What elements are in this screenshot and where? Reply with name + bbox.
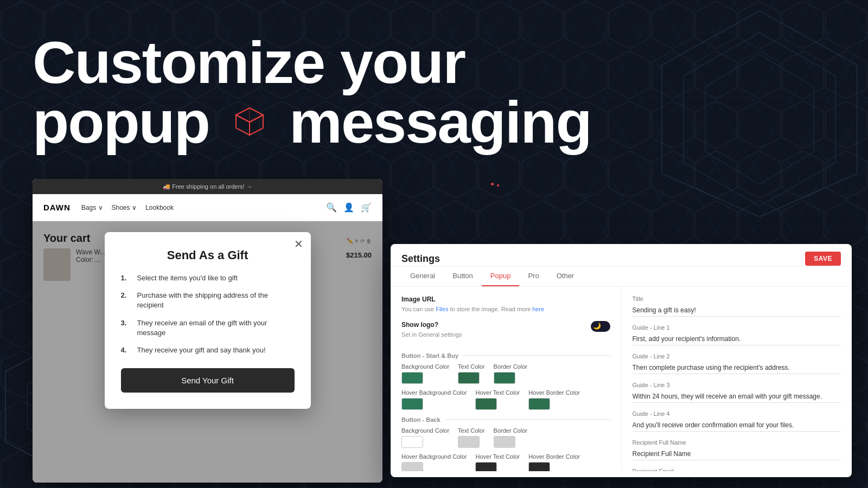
hover-border-label: Hover Border Color: [528, 389, 580, 396]
modal-step-2: 2. Purchase with the shipping address of…: [121, 291, 295, 310]
store-nav-links: Bags ∨ Shoes ∨ Lookbook: [81, 204, 315, 211]
svg-marker-3: [684, 33, 835, 206]
recipient-email-group: Recipient Email: [633, 468, 841, 471]
button-back-divider: Button - Back: [401, 416, 610, 423]
store-logo: DAWN: [43, 203, 71, 212]
hover-border-swatch[interactable]: [528, 398, 550, 410]
title-input[interactable]: [633, 304, 841, 317]
tab-popup[interactable]: Popup: [482, 266, 520, 286]
guide-line2-group: Guide - Line 2: [633, 353, 841, 374]
back-bg-color-field: Background Color: [401, 427, 449, 448]
store-top-bar: 🚚 Free shipping on all orders! →: [33, 179, 382, 194]
settings-tabs[interactable]: General Button Popup Pro Other: [391, 266, 852, 287]
guide-line2-input[interactable]: [633, 362, 841, 374]
guide-line1-input[interactable]: [633, 333, 841, 345]
modal-title: Send As a Gift: [121, 248, 295, 262]
guide-line1-label: Guide - Line 1: [633, 324, 841, 331]
show-logo-label: Show logo?: [401, 321, 462, 329]
settings-panel: Settings SAVE General Button Popup Pro O…: [391, 244, 852, 477]
color-row-back: Background Color Text Color Border Color: [401, 427, 610, 448]
back-text-swatch[interactable]: [458, 436, 480, 448]
step-text-1: Select the items you'd like to gift: [137, 273, 238, 283]
settings-header: Settings SAVE: [391, 244, 852, 266]
hover-text-swatch[interactable]: [475, 398, 497, 410]
modal-overlay: ✕ Send As a Gift 1. Select the items you…: [33, 221, 382, 483]
color-row-1: Background Color Text Color Border Color: [401, 363, 610, 384]
cart-icon: 🛒: [361, 202, 372, 213]
tab-general[interactable]: General: [401, 266, 444, 286]
store-nav-icons: 🔍 👤 🛒: [326, 202, 372, 213]
text-color-label: Text Color: [458, 363, 485, 370]
step-num-1: 1.: [121, 273, 132, 283]
hover-back-bg-swatch[interactable]: [401, 462, 423, 471]
guide-line3-input[interactable]: [633, 390, 841, 403]
send-gift-button[interactable]: Send Your Gift: [121, 368, 295, 393]
settings-right-col: Title Guide - Line 1 Guide - Line 2 Guid…: [622, 287, 852, 471]
show-logo-group: Show logo? Set in General settings: [401, 321, 610, 345]
recipient-name-input[interactable]: [633, 448, 841, 460]
hover-text-label: Hover Text Color: [475, 389, 520, 396]
recipient-name-group: Recipient Full Name: [633, 439, 841, 460]
guide-line4-input[interactable]: [633, 419, 841, 432]
bg-color-label: Background Color: [401, 363, 449, 370]
step-num-4: 4.: [121, 345, 132, 355]
search-icon: 🔍: [326, 202, 337, 213]
show-logo-toggle[interactable]: [591, 321, 610, 332]
hero-title-line2-pre: popup: [33, 88, 209, 155]
image-url-label: Image URL: [401, 296, 610, 303]
hover-back-text-field: Hover Text Color: [475, 453, 520, 471]
tab-other[interactable]: Other: [548, 266, 583, 286]
hover-back-border-label: Hover Border Color: [528, 453, 580, 460]
modal-step-1: 1. Select the items you'd like to gift: [121, 273, 295, 283]
title-field-label: Title: [633, 296, 841, 302]
recipient-email-label: Recipient Email: [633, 468, 841, 471]
text-color-swatch[interactable]: [458, 372, 480, 384]
back-text-label: Text Color: [458, 427, 485, 434]
box-icon: [231, 102, 269, 140]
border-color-field: Border Color: [494, 363, 527, 384]
guide-line3-group: Guide - Line 3: [633, 382, 841, 403]
here-link[interactable]: here: [532, 306, 544, 312]
back-bg-swatch[interactable]: [401, 436, 423, 448]
step-text-2: Purchase with the shipping address of th…: [137, 291, 295, 310]
hover-color-row-1: Hover Background Color Hover Text Color …: [401, 389, 610, 410]
bg-color-swatch[interactable]: [401, 372, 423, 384]
hover-bg-swatch[interactable]: [401, 398, 423, 410]
border-color-swatch[interactable]: [494, 372, 515, 384]
guide-line4-label: Guide - Line 4: [633, 410, 841, 417]
hover-bg-label: Hover Background Color: [401, 389, 467, 396]
bg-color-field: Background Color: [401, 363, 449, 384]
step-num-3: 3.: [121, 318, 132, 338]
hover-back-border-swatch[interactable]: [528, 462, 550, 471]
settings-title: Settings: [401, 253, 440, 265]
step-num-2: 2.: [121, 291, 132, 310]
modal-close-button[interactable]: ✕: [294, 239, 303, 249]
nav-shoes: Shoes ∨: [112, 204, 137, 211]
nav-bags: Bags ∨: [81, 204, 103, 211]
dot-1: [491, 183, 494, 185]
hover-back-text-label: Hover Text Color: [475, 453, 520, 460]
back-text-color-field: Text Color: [458, 427, 485, 448]
hover-border-color-field: Hover Border Color: [528, 389, 580, 410]
account-icon: 👤: [343, 202, 354, 213]
files-link[interactable]: Files: [436, 306, 448, 312]
tab-pro[interactable]: Pro: [519, 266, 547, 286]
hover-back-text-swatch[interactable]: [475, 462, 497, 471]
hover-text-color-field: Hover Text Color: [475, 389, 520, 410]
button-back-label: Button - Back: [401, 416, 441, 423]
back-border-color-field: Border Color: [494, 427, 527, 448]
save-button[interactable]: SAVE: [805, 252, 841, 266]
step-text-4: They receive your gift and say thank you…: [137, 345, 266, 355]
hover-back-bg-field: Hover Background Color: [401, 453, 467, 471]
modal-step-3: 3. They receive an email of the gift wit…: [121, 318, 295, 338]
modal-step-4: 4. They receive your gift and say thank …: [121, 345, 295, 355]
border-color-label: Border Color: [494, 363, 527, 370]
hero-title-line1: Customize your: [33, 29, 465, 95]
svg-marker-9: [250, 115, 263, 135]
guide-line2-label: Guide - Line 2: [633, 353, 841, 359]
back-border-swatch[interactable]: [494, 436, 515, 448]
settings-body: Image URL You can use Files to store the…: [391, 287, 852, 471]
decorative-hex-right: [651, 0, 868, 217]
tab-button[interactable]: Button: [444, 266, 482, 286]
recipient-name-label: Recipient Full Name: [633, 439, 841, 446]
